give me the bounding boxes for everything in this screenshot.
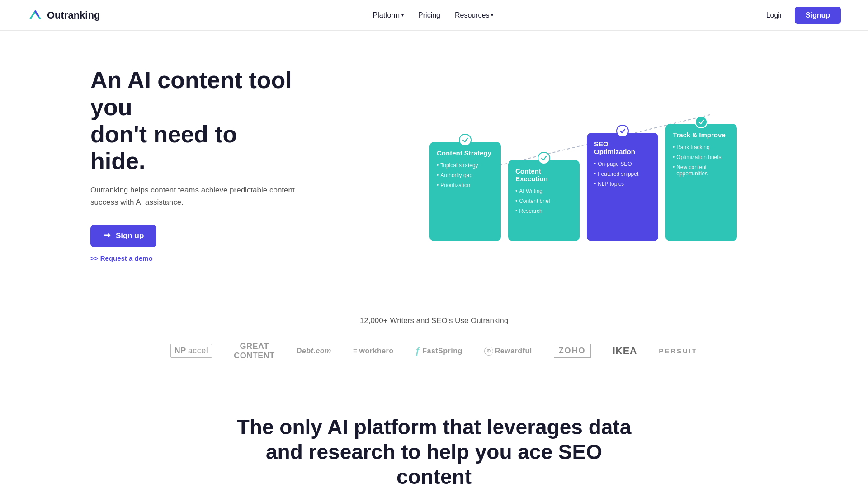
card-2-item-3: Research xyxy=(515,208,572,214)
nav-pricing[interactable]: Pricing xyxy=(418,11,440,19)
hero-signup-button[interactable]: ⮕ Sign up xyxy=(90,225,156,247)
nav-resources[interactable]: Resources ▾ xyxy=(455,11,493,19)
logo-workhero: ≡workhero xyxy=(353,347,394,355)
card-2-title: Content Execution xyxy=(515,167,572,183)
card-1-item-3: Prioritization xyxy=(437,182,494,188)
navbar: Outranking Platform ▾ Pricing Resources … xyxy=(0,0,868,31)
hero-section: An AI content tool you don't need to hid… xyxy=(0,31,868,289)
card-3-title: SEO Optimization xyxy=(594,140,651,155)
logo-great-content: GREATCONTENT xyxy=(234,342,275,361)
logo-debt: Debt.com xyxy=(297,347,331,355)
chevron-down-icon: ▾ xyxy=(491,13,493,18)
diagram-container: Content Strategy Topical strategy Author… xyxy=(429,88,737,241)
hero-diagram: Content Strategy Topical strategy Author… xyxy=(326,88,841,241)
card-4-title: Track & Improve xyxy=(673,131,730,139)
check-icon-1 xyxy=(459,134,472,146)
card-4-item-3: New content opportunities xyxy=(673,164,730,177)
check-icon-2 xyxy=(538,152,550,164)
bottom-title: The only AI platform that leverages data… xyxy=(231,415,637,488)
hero-subtitle: Outranking helps content teams achieve p… xyxy=(90,184,298,208)
signin-icon: ⮕ xyxy=(103,231,111,241)
card-3-item-2: Featured snippet xyxy=(594,171,651,177)
nav-actions: Login Signup xyxy=(766,7,841,24)
card-4-item-2: Optimization briefs xyxy=(673,154,730,160)
card-4-item-1: Rank tracking xyxy=(673,144,730,150)
card-content-strategy: Content Strategy Topical strategy Author… xyxy=(429,142,501,241)
bottom-section: The only AI platform that leverages data… xyxy=(0,379,868,488)
card-track-improve: Track & Improve Rank tracking Optimizati… xyxy=(665,124,737,241)
card-2-item-1: AI Writing xyxy=(515,188,572,194)
card-2-item-2: Content brief xyxy=(515,198,572,204)
card-1-item-1: Topical strategy xyxy=(437,162,494,169)
cards-row: Content Strategy Topical strategy Author… xyxy=(429,124,737,241)
social-proof-section: 12,000+ Writers and SEO's Use Outranking… xyxy=(0,289,868,379)
hero-left: An AI content tool you don't need to hid… xyxy=(90,67,298,262)
login-button[interactable]: Login xyxy=(766,11,784,19)
card-1-item-2: Authority gap xyxy=(437,172,494,178)
hero-cta: ⮕ Sign up >> Request a demo xyxy=(90,225,298,262)
logo-npaccel: NPaccel xyxy=(170,344,212,358)
nav-platform[interactable]: Platform ▾ xyxy=(373,11,404,19)
logo-rewardful: ⊙ Rewardful xyxy=(484,347,532,356)
nav-signup-button[interactable]: Signup xyxy=(795,7,841,24)
demo-link[interactable]: >> Request a demo xyxy=(90,254,298,262)
nav-links: Platform ▾ Pricing Resources ▾ xyxy=(373,11,494,19)
logo-ikea: IKEA xyxy=(613,345,637,357)
logo-fastspring: ƒFastSpring xyxy=(415,346,462,356)
logo-persuit: PERSUIT xyxy=(659,347,698,355)
card-3-item-1: On-page SEO xyxy=(594,161,651,167)
check-icon-4 xyxy=(695,116,708,128)
check-icon-3 xyxy=(616,125,629,137)
card-1-title: Content Strategy xyxy=(437,149,494,157)
card-content-execution: Content Execution AI Writing Content bri… xyxy=(508,160,580,241)
logo-text: Outranking xyxy=(47,9,100,21)
logo-zoho: ZOHO xyxy=(554,344,591,358)
logo[interactable]: Outranking xyxy=(27,7,100,23)
social-proof-title: 12,000+ Writers and SEO's Use Outranking xyxy=(27,316,841,325)
logo-icon xyxy=(27,7,43,23)
card-3-item-3: NLP topics xyxy=(594,181,651,187)
logos-row: NPaccel GREATCONTENT Debt.com ≡workhero … xyxy=(27,342,841,361)
chevron-down-icon: ▾ xyxy=(401,13,404,18)
card-seo-optimization: SEO Optimization On-page SEO Featured sn… xyxy=(587,133,658,241)
hero-title: An AI content tool you don't need to hid… xyxy=(90,67,298,175)
